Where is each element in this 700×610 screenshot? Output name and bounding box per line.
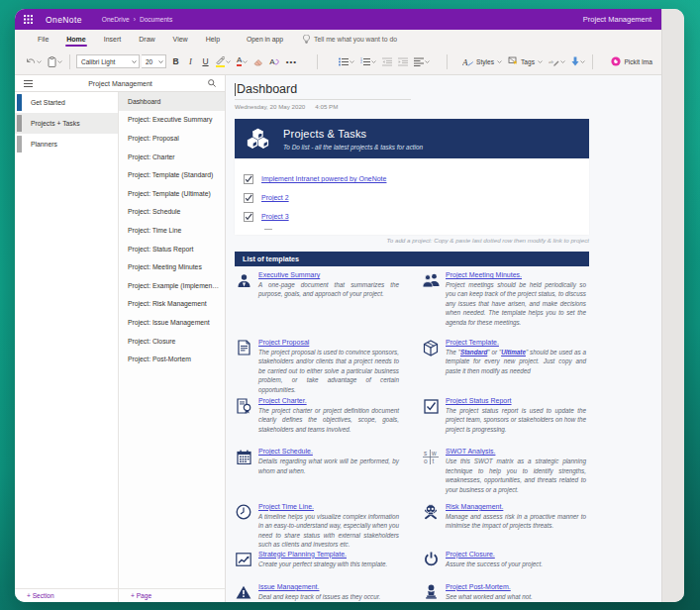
menu-tab-draw[interactable]: Draw xyxy=(130,30,163,49)
alignment-button[interactable] xyxy=(412,52,432,71)
bold-button[interactable]: B xyxy=(169,52,182,71)
todo-link[interactable]: Implement Intranet powered by OneNote xyxy=(261,175,386,182)
decrease-indent-button[interactable] xyxy=(380,52,394,71)
breadcrumb-current[interactable]: Documents xyxy=(140,16,172,23)
desktop-background: OneNote OneDrive › Documents Project Man… xyxy=(0,0,700,610)
sidebar-page-project-proposal[interactable]: Project: Proposal xyxy=(119,129,225,148)
power-icon xyxy=(422,551,440,568)
breadcrumb-root[interactable]: OneDrive xyxy=(102,16,130,23)
open-in-app-button[interactable]: Open in app xyxy=(239,36,291,43)
undo-button[interactable] xyxy=(24,52,44,71)
menu-tab-help[interactable]: Help xyxy=(197,30,229,49)
template-link[interactable]: Executive Summary xyxy=(258,270,320,279)
template-link[interactable]: Project Post-Mortem. xyxy=(446,582,511,591)
text-cursor xyxy=(235,83,236,96)
sidebar-page-dashboard[interactable]: Dashboard xyxy=(119,92,225,111)
page-title[interactable]: Dashboard xyxy=(237,82,297,96)
template-link[interactable]: Project Closure. xyxy=(446,550,495,559)
template-link[interactable]: SWOT Analysis. xyxy=(446,447,495,456)
template-link[interactable]: Project Charter. xyxy=(258,396,307,405)
template-link[interactable]: Project Schedule. xyxy=(258,447,313,456)
template-description: Manage and assess risk in a proactive ma… xyxy=(446,512,586,531)
template-link[interactable]: Issue Management. xyxy=(258,582,319,591)
template-item: swotSWOT Analysis.Use this SWOT matrix a… xyxy=(422,447,586,494)
template-item: Project Schedule.Details regarding what … xyxy=(235,447,399,494)
add-section-button[interactable]: + Section xyxy=(15,588,118,602)
menu-tab-view[interactable]: View xyxy=(164,30,197,49)
template-link[interactable]: Project Time Line. xyxy=(258,502,314,511)
underline-button[interactable]: U xyxy=(199,52,212,71)
more-options-button[interactable]: ••• xyxy=(283,52,300,71)
chevron-down-icon xyxy=(37,60,42,63)
hamburger-menu-icon[interactable] xyxy=(24,80,33,87)
sidebar-page-project-risk-management[interactable]: Project: Risk Management xyxy=(119,295,225,314)
breadcrumb[interactable]: OneDrive › Documents xyxy=(102,16,172,23)
template-inline-link[interactable]: Ultimate xyxy=(501,349,526,356)
add-page-button[interactable]: + Page xyxy=(119,588,225,602)
highlight-button[interactable] xyxy=(214,52,233,71)
add-project-note: To add a project: Copy & paste last dott… xyxy=(235,237,589,244)
skull-icon xyxy=(422,503,440,521)
chevron-down-icon xyxy=(497,60,502,63)
menu-tab-insert[interactable]: Insert xyxy=(95,30,131,49)
tags-button[interactable]: Tags xyxy=(506,52,545,71)
template-link[interactable]: Strategic Planning Template. xyxy=(258,550,347,559)
font-name-select[interactable]: Calibri Light xyxy=(76,54,140,68)
template-inline-link[interactable]: Standard xyxy=(460,349,487,356)
numbering-button[interactable]: 1 2 xyxy=(358,52,378,71)
sidebar-page-project-template-ultimate-[interactable]: Project: Template (Ultimate) xyxy=(119,184,225,203)
template-item: Risk Management.Manage and assess risk i… xyxy=(422,502,586,550)
template-link[interactable]: Risk Management. xyxy=(446,502,503,511)
sidebar-page-project-time-line[interactable]: Project: Time Line xyxy=(119,221,225,240)
tell-me-box[interactable]: Tell me what you want to do xyxy=(303,35,397,44)
template-link[interactable]: Project Template. xyxy=(446,338,499,347)
sidebar-section-projects-tasks[interactable]: Projects + Tasks xyxy=(15,113,118,134)
italic-button[interactable]: I xyxy=(184,52,197,71)
sidebar-page-project-executive-summary[interactable]: Project: Executive Summary xyxy=(119,111,225,130)
bullets-button[interactable] xyxy=(337,52,356,71)
search-icon[interactable] xyxy=(208,79,216,87)
sidebar-page-project-closure[interactable]: Project: Closure xyxy=(119,332,225,351)
font-size-select[interactable]: 20 xyxy=(142,54,166,68)
clear-formatting-button[interactable] xyxy=(251,52,265,71)
todo-checkbox[interactable] xyxy=(244,212,253,222)
pickit-icon xyxy=(611,56,621,66)
sidebar-page-project-issue-management[interactable]: Project: Issue Management xyxy=(119,313,225,332)
svg-text:s: s xyxy=(424,450,428,457)
editor-button[interactable]: ab xyxy=(547,52,567,71)
todo-link[interactable]: Project 2 xyxy=(261,194,289,201)
paste-button[interactable] xyxy=(46,52,64,71)
menu-tab-home[interactable]: Home xyxy=(57,30,94,49)
sidebar-page-project-post-mortem[interactable]: Project: Post-Mortem xyxy=(119,350,225,368)
template-item: Project Meeting Minutes.Project meetings… xyxy=(422,270,586,327)
sidebar-section-planners[interactable]: Planners xyxy=(15,134,118,154)
page-canvas[interactable]: Dashboard Wednesday, 20 May 2020 4:05 PM xyxy=(226,75,661,602)
template-link[interactable]: Project Meeting Minutes. xyxy=(446,270,522,279)
template-link[interactable]: Project Status Report xyxy=(446,396,512,405)
todo-checkbox[interactable] xyxy=(244,193,253,203)
app-name[interactable]: OneNote xyxy=(46,15,82,25)
styles-button[interactable]: A Styles xyxy=(460,52,504,71)
accent-swash-icon xyxy=(274,58,279,65)
font-color-button[interactable]: A xyxy=(235,52,250,71)
menu-tab-file[interactable]: File xyxy=(29,30,57,49)
sidebar-page-project-schedule[interactable]: Project: Schedule xyxy=(119,203,225,222)
immersive-reader-button[interactable] xyxy=(569,52,587,71)
sidebar-page-project-example-implemen-[interactable]: Project: Example (Implemen… xyxy=(119,276,225,295)
sidebar-page-project-template-standard-[interactable]: Project: Template (Standard) xyxy=(119,165,225,184)
sidebar-section-get-started[interactable]: Get Started xyxy=(15,92,118,113)
todo-link[interactable]: Project 3 xyxy=(261,213,289,220)
svg-text:w: w xyxy=(431,450,437,457)
todo-checkbox[interactable] xyxy=(244,174,253,184)
outdent-icon xyxy=(382,57,392,66)
template-link[interactable]: Project Proposal xyxy=(258,338,309,347)
sidebar-page-project-meeting-minutes[interactable]: Project: Meeting Minutes xyxy=(119,257,225,276)
breadcrumb-separator: › xyxy=(134,16,136,23)
pickit-button[interactable]: Pickit Ima xyxy=(609,52,656,71)
sidebar-page-project-charter[interactable]: Project: Charter xyxy=(119,148,225,166)
app-launcher-icon[interactable] xyxy=(24,15,33,24)
format-options-button[interactable]: A xyxy=(267,52,280,71)
increase-indent-button[interactable] xyxy=(396,52,410,71)
template-text: Project Schedule.Details regarding what … xyxy=(258,447,399,475)
sidebar-page-project-status-report[interactable]: Project: Status Report xyxy=(119,240,225,258)
